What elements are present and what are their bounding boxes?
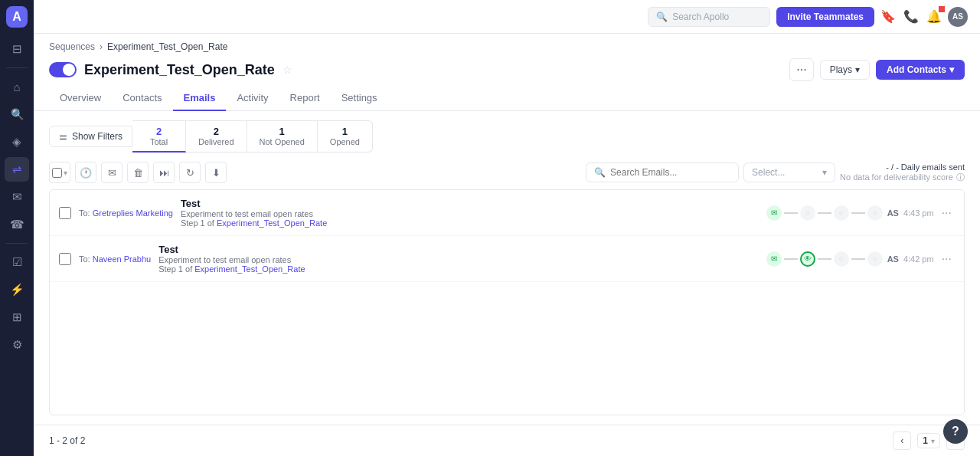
filter-tab-not-opened[interactable]: 1 Not Opened [247, 120, 318, 153]
history-button[interactable]: 🕐 [75, 162, 96, 183]
email-recipient-link-2[interactable]: Naveen Prabhu [93, 254, 151, 264]
email-search-box[interactable]: 🔍 [586, 162, 739, 182]
tab-report[interactable]: Report [279, 86, 331, 111]
sidebar-item-phone[interactable]: ☎ [5, 212, 29, 237]
deliverability-sub-text: No data for deliverability score [840, 172, 953, 182]
search-box[interactable]: 🔍 Search Apollo [648, 7, 770, 27]
filter-total-label: Total [145, 137, 173, 146]
skip-button[interactable]: ⏭ [153, 162, 175, 183]
email-user-1: AS [887, 208, 899, 218]
email-desc-2: Experiment to test email open rates [158, 255, 758, 264]
invite-teammates-button[interactable]: Invite Teammates [776, 7, 874, 27]
add-contacts-button[interactable]: Add Contacts ▾ [876, 60, 965, 80]
checkbox-caret-icon[interactable]: ▾ [64, 169, 67, 177]
tab-contacts[interactable]: Contacts [112, 86, 172, 111]
filter-delivered-num: 2 [198, 126, 234, 137]
row-checkbox-1[interactable] [59, 207, 71, 219]
show-filters-button[interactable]: ⚌ Show Filters [49, 126, 132, 147]
sidebar-item-settings[interactable]: ⚙ [5, 333, 29, 357]
email-button[interactable]: ✉ [101, 162, 122, 183]
topbar: 🔍 Search Apollo Invite Teammates 🔖 📞 🔔 A… [34, 0, 980, 34]
more-options-button[interactable]: ··· [789, 58, 813, 81]
page-header: Experiment_Test_Open_Rate ☆ ··· Plays ▾ … [34, 52, 980, 81]
sidebar-item-tasks[interactable]: ☑ [5, 250, 29, 274]
sidebar-item-sequences[interactable]: ⇌ [5, 157, 29, 182]
refresh-button[interactable]: ↻ [179, 162, 201, 183]
search-placeholder: Search Apollo [672, 11, 729, 22]
connector-2b [818, 258, 831, 260]
filter-row: ⚌ Show Filters 2 Total 2 Delivered 1 Not… [49, 120, 965, 153]
connector-1b [818, 212, 831, 214]
app-logo[interactable]: A [6, 6, 28, 28]
tab-overview[interactable]: Overview [49, 86, 112, 111]
filter-tab-total[interactable]: 2 Total [132, 120, 186, 153]
table-row: To: Gretreplies Marketing Test Experimen… [50, 190, 964, 236]
status-select[interactable]: Select... ▾ [743, 162, 835, 182]
pagination-range: 1 - 2 of 2 [49, 435, 85, 446]
bookmark-icon[interactable]: 🔖 [880, 9, 896, 24]
tabs-bar: Overview Contacts Emails Activity Report… [34, 86, 980, 111]
connector-1c [851, 212, 865, 214]
plays-chevron-icon: ▾ [855, 64, 860, 75]
pagination-prev-button[interactable]: ‹ [893, 431, 911, 450]
main-area: 🔍 Search Apollo Invite Teammates 🔖 📞 🔔 A… [34, 0, 980, 456]
email-to-1: To: Gretreplies Marketing [79, 208, 173, 218]
breadcrumb-current: Experiment_Test_Open_Rate [107, 41, 227, 52]
filter-tab-opened[interactable]: 1 Opened [318, 120, 373, 153]
status-4-2: ○ [867, 251, 883, 267]
email-time-1: 4:43 pm [903, 208, 934, 218]
info-icon[interactable]: ⓘ [956, 172, 965, 183]
sequence-toggle[interactable] [49, 62, 77, 77]
filter-icon: ⚌ [59, 131, 67, 142]
select-all-checkbox[interactable]: ▾ [49, 162, 70, 183]
sent-icon-2: ✉ [766, 251, 782, 267]
notification-icon[interactable]: 🔔 [926, 9, 942, 24]
plays-label: Plays [830, 64, 852, 75]
email-more-button-1[interactable]: ··· [939, 206, 955, 220]
email-sequence-link-1[interactable]: Experiment_Test_Open_Rate [217, 218, 327, 228]
plays-button[interactable]: Plays ▾ [820, 60, 870, 80]
sidebar-item-tags[interactable]: ◈ [5, 130, 29, 154]
tab-emails[interactable]: Emails [173, 86, 227, 111]
sidebar-collapse-icon[interactable]: ⊟ [5, 37, 29, 61]
emails-content: ⚌ Show Filters 2 Total 2 Delivered 1 Not… [34, 111, 980, 425]
sidebar-item-mail[interactable]: ✉ [5, 185, 29, 209]
opened-icon-2: 👁 [800, 251, 815, 267]
row-checkbox-2[interactable] [59, 253, 71, 265]
sidebar-item-grid[interactable]: ⊞ [5, 305, 29, 330]
favorite-star-icon[interactable]: ☆ [283, 64, 292, 76]
filter-notopened-num: 1 [260, 126, 305, 137]
select-chevron-icon: ▾ [822, 167, 827, 178]
email-search-input[interactable] [610, 167, 730, 178]
filter-total-num: 2 [145, 126, 173, 137]
filter-tab-delivered[interactable]: 2 Delivered [186, 120, 247, 153]
status-3-2: ○ [834, 251, 849, 267]
help-button[interactable]: ? [943, 419, 968, 444]
breadcrumb-parent[interactable]: Sequences [49, 41, 95, 52]
emails-toolbar: ▾ 🕐 ✉ 🗑 ⏭ ↻ ⬇ 🔍 Select... ▾ - / - D [49, 162, 965, 183]
connector-2a [784, 258, 798, 260]
topbar-icons: 🔖 📞 🔔 [880, 9, 942, 24]
tab-activity[interactable]: Activity [226, 86, 279, 111]
pagination: 1 - 2 of 2 ‹ 1 ▾ › [34, 425, 980, 456]
sent-icon-1: ✉ [766, 205, 782, 221]
filter-delivered-label: Delivered [198, 137, 234, 146]
avatar[interactable]: AS [948, 7, 968, 27]
delete-button[interactable]: 🗑 [127, 162, 149, 183]
toggle-dot [63, 64, 75, 76]
status-icons-2: ✉ 👁 ○ ○ [766, 251, 883, 267]
sidebar-item-search[interactable]: 🔍 [5, 102, 29, 126]
sidebar-item-lightning[interactable]: ⚡ [5, 277, 29, 302]
email-time-2: 4:42 pm [903, 254, 934, 264]
pagination-caret-icon[interactable]: ▾ [931, 437, 935, 445]
email-recipient-link-1[interactable]: Gretreplies Marketing [93, 208, 173, 218]
email-sequence-link-2[interactable]: Experiment_Test_Open_Rate [194, 264, 305, 274]
page-content: Sequences › Experiment_Test_Open_Rate Ex… [34, 34, 980, 456]
download-button[interactable]: ⬇ [205, 162, 227, 183]
checkbox-input[interactable] [52, 168, 62, 178]
sidebar-item-home[interactable]: ⌂ [5, 74, 29, 99]
tab-settings[interactable]: Settings [331, 86, 388, 111]
select-placeholder: Select... [752, 167, 785, 178]
phone-icon[interactable]: 📞 [903, 9, 919, 24]
email-more-button-2[interactable]: ··· [939, 252, 955, 266]
